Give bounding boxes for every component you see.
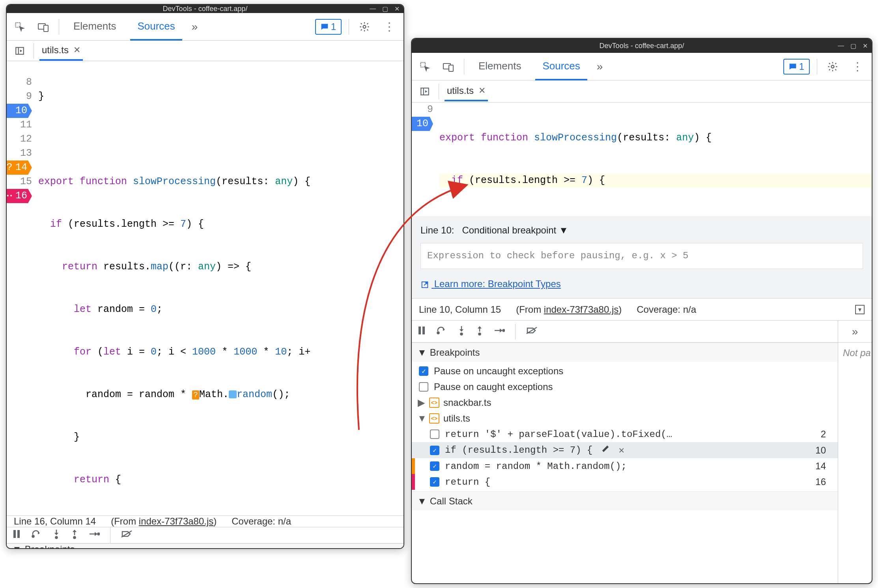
file-tab-label: utils.ts — [42, 45, 69, 56]
remove-breakpoint-icon[interactable]: ✕ — [618, 444, 624, 456]
line-number: 9 — [7, 90, 32, 104]
pause-uncaught-row[interactable]: ✓ Pause on uncaught exceptions — [412, 363, 838, 379]
pause-icon[interactable] — [417, 326, 426, 338]
device-toggle-icon[interactable] — [440, 58, 457, 75]
close-icon[interactable]: ✕ — [73, 45, 80, 55]
maximize-button[interactable]: ▢ — [382, 5, 388, 13]
step-out-icon[interactable] — [476, 325, 484, 338]
breakpoint-item[interactable]: ✓ if (results.length >= 7) { ✕ 10 — [412, 442, 838, 458]
source-link[interactable]: index-73f73a80.js — [139, 516, 213, 526]
svg-point-12 — [74, 537, 76, 539]
breakpoint-file-utils[interactable]: ▼ <> utils.ts — [412, 411, 838, 426]
breakpoint-item[interactable]: ✓ random = random * Math.random(); 14 — [412, 458, 838, 474]
step-icon[interactable] — [494, 327, 505, 337]
expand-icon: ▶ — [417, 397, 425, 408]
line-number: 12 — [7, 132, 32, 146]
tab-elements[interactable]: Elements — [471, 53, 528, 80]
tab-elements[interactable]: Elements — [66, 13, 123, 41]
close-button[interactable]: ✕ — [863, 42, 868, 50]
breakpoint-item[interactable]: ✓ return { 16 — [412, 474, 838, 490]
minimize-button[interactable]: — — [370, 5, 376, 13]
breakpoint-edit-popup: Line 10: Conditional breakpoint ▼ Expres… — [412, 216, 872, 298]
issues-badge[interactable]: 1 — [783, 59, 810, 75]
file-tab-utils[interactable]: utils.ts ✕ — [39, 41, 83, 61]
breakpoints-section-header[interactable]: ▼ Breakpoints — [412, 343, 838, 362]
checkbox-checked-icon[interactable]: ✓ — [430, 446, 439, 455]
debugger-toolbar — [7, 527, 404, 543]
close-button[interactable]: ✕ — [394, 5, 400, 13]
more-tabs-icon[interactable]: » — [594, 60, 605, 73]
kebab-menu-icon[interactable]: ⋮ — [380, 20, 399, 33]
step-out-icon[interactable] — [71, 529, 78, 541]
breakpoint-marker[interactable]: 10 — [411, 117, 433, 131]
kebab-menu-icon[interactable]: ⋮ — [848, 60, 867, 73]
sidebar-more-icon[interactable]: » — [838, 321, 872, 343]
collapse-panel-icon[interactable]: ▼ — [855, 305, 865, 314]
settings-icon[interactable] — [824, 58, 841, 75]
step-over-icon[interactable] — [436, 326, 447, 338]
pause-icon[interactable] — [12, 529, 21, 541]
minimize-button[interactable]: — — [838, 42, 844, 50]
svg-point-3 — [363, 25, 366, 28]
checkbox-checked-icon[interactable]: ✓ — [430, 461, 439, 471]
learn-more-link[interactable]: Learn more: Breakpoint Types — [420, 277, 863, 291]
breakpoint-type-select[interactable]: Conditional breakpoint ▼ — [462, 225, 568, 235]
inspect-icon[interactable] — [11, 19, 28, 35]
condition-input[interactable]: Expression to check before pausing, e.g.… — [420, 243, 863, 269]
code-editor[interactable]: 8 9 10 11 12 13 ?14 15 ••16 } export fun… — [7, 61, 404, 516]
breakpoint-marker[interactable]: 10 — [6, 104, 32, 118]
main-toolbar: Elements Sources » 1 ⋮ — [412, 53, 872, 80]
breakpoint-marker-logpoint[interactable]: ••16 — [6, 189, 32, 203]
breakpoint-item[interactable]: return '$' + parseFloat(value).toFixed(…… — [412, 426, 838, 442]
checkbox-checked-icon[interactable]: ✓ — [419, 366, 428, 376]
checkbox-icon[interactable] — [419, 382, 428, 392]
more-tabs-icon[interactable]: » — [189, 21, 200, 33]
deactivate-breakpoints-icon[interactable] — [121, 529, 133, 541]
step-into-icon[interactable] — [52, 529, 60, 541]
code-editor[interactable]: 9 10 export function slowProcessing(resu… — [412, 103, 872, 299]
file-tabbar: utils.ts ✕ — [412, 80, 872, 103]
issues-count: 1 — [331, 21, 336, 32]
tab-sources[interactable]: Sources — [130, 13, 182, 41]
inspect-icon[interactable] — [417, 58, 433, 75]
editor-statusbar: Line 16, Column 14 (From index-73f73a80.… — [7, 516, 404, 527]
step-icon[interactable] — [89, 530, 100, 540]
deactivate-breakpoints-icon[interactable] — [526, 326, 538, 338]
collapse-icon: ▼ — [12, 544, 22, 549]
scope-sidebar: » Not pa — [838, 321, 872, 583]
file-tab-utils[interactable]: utils.ts ✕ — [445, 81, 488, 101]
source-link[interactable]: index-73f73a80.js — [544, 304, 618, 315]
step-into-icon[interactable] — [458, 325, 465, 338]
breakpoints-section-header[interactable]: ▼ Breakpoints — [7, 543, 404, 549]
step-over-icon[interactable] — [31, 529, 42, 541]
close-icon[interactable]: ✕ — [478, 86, 486, 96]
maximize-button[interactable]: ▢ — [850, 42, 856, 50]
source-info: (From index-73f73a80.js) — [111, 516, 217, 527]
pause-caught-row[interactable]: Pause on caught exceptions — [412, 379, 838, 395]
navigator-toggle-icon[interactable] — [11, 43, 28, 59]
svg-rect-23 — [418, 327, 421, 334]
call-stack-section-header[interactable]: ▼ Call Stack — [412, 491, 838, 510]
breakpoint-marker-conditional[interactable]: ?14 — [6, 161, 32, 175]
checkbox-icon[interactable] — [430, 429, 439, 439]
svg-point-31 — [503, 329, 505, 331]
issues-badge[interactable]: 1 — [315, 19, 342, 35]
source-info: (From index-73f73a80.js) — [516, 304, 622, 315]
line-number: 13 — [7, 146, 32, 161]
separator — [439, 84, 439, 99]
breakpoint-file-snackbar[interactable]: ▶ <> snackbar.ts — [412, 395, 838, 411]
main-toolbar: Elements Sources » 1 ⋮ — [7, 13, 404, 41]
navigator-toggle-icon[interactable] — [417, 83, 433, 100]
checkbox-checked-icon[interactable]: ✓ — [430, 477, 439, 487]
line-number: 15 — [7, 175, 32, 189]
svg-rect-20 — [421, 88, 429, 95]
separator — [59, 19, 59, 35]
not-paused-label: Not pa — [838, 343, 872, 358]
separator — [817, 59, 817, 75]
tab-sources[interactable]: Sources — [535, 53, 587, 80]
settings-icon[interactable] — [356, 19, 373, 35]
device-toggle-icon[interactable] — [35, 19, 52, 35]
separator — [515, 324, 516, 340]
svg-point-29 — [479, 333, 481, 335]
edit-breakpoint-icon[interactable] — [601, 444, 610, 456]
